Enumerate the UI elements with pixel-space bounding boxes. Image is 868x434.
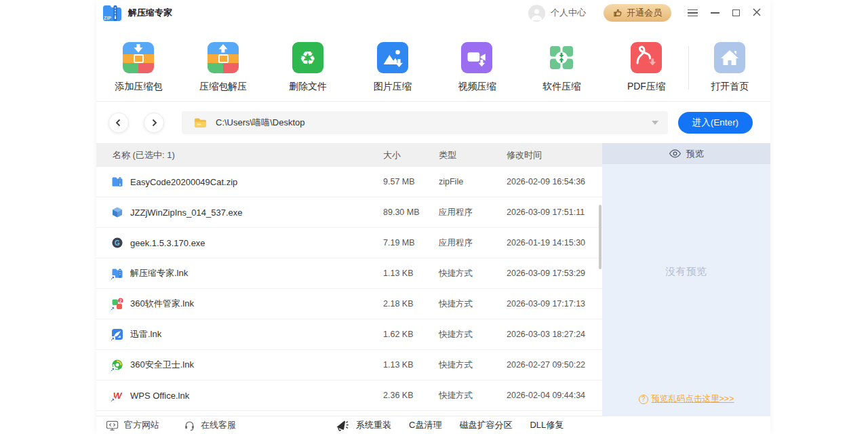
360-software-manager-icon: 2 (111, 298, 123, 310)
wps-office-icon: W (111, 389, 123, 401)
thumb-up-icon (613, 8, 623, 18)
pdf-compress-button[interactable]: PDF压缩 (604, 42, 689, 101)
toolbar-label: 软件压缩 (542, 81, 580, 93)
file-modified: 2026-03-03 18:27:24 (507, 330, 585, 339)
open-home-button[interactable]: 打开首页 (689, 42, 770, 101)
c-drive-clean-link[interactable]: C盘清理 (409, 419, 441, 431)
table-row[interactable]: 迅雷.lnk 1.62 KB 快捷方式 2026-03-03 18:27:24 (96, 319, 602, 350)
table-header: 名称 (已选中: 1) 大小 类型 修改时间 (96, 143, 602, 167)
preview-header: 预览 (602, 143, 770, 164)
person-icon (530, 7, 543, 20)
video-compress-button[interactable]: 视频压缩 (435, 42, 519, 101)
file-type: 快捷方式 (439, 359, 473, 371)
online-support-label: 在线客服 (201, 419, 236, 431)
footer-tools: 系统重装 C盘清理 磁盘扩容分区 DLL修复 (335, 419, 564, 431)
folder-icon (194, 117, 207, 128)
path-dropdown-caret[interactable] (652, 121, 658, 125)
monitor-icon (106, 420, 119, 431)
toolbar-label: 压缩包解压 (199, 81, 247, 93)
video-compress-icon (461, 42, 492, 73)
file-name: 解压缩专家.lnk (130, 267, 188, 279)
back-button[interactable] (108, 113, 129, 133)
extract-archive-button[interactable]: 压缩包解压 (181, 42, 266, 101)
toolbar-label: 打开首页 (711, 81, 749, 93)
file-type: 应用程序 (439, 207, 473, 218)
svg-text:2: 2 (119, 298, 122, 303)
table-row[interactable]: JZZjWinZipIns_014_537.exe 89.30 MB 应用程序 … (96, 197, 602, 228)
user-center-link[interactable]: 个人中心 (551, 7, 586, 19)
footer-tool-label: 系统重装 (356, 419, 391, 431)
user-avatar[interactable] (528, 5, 545, 22)
chevron-left-icon (115, 119, 123, 127)
table-row[interactable]: G geek.1.5.3.170.exe 7.19 MB 应用程序 2026-0… (96, 228, 602, 258)
menu-button[interactable] (688, 7, 698, 18)
file-type: 快捷方式 (439, 268, 473, 279)
file-modified: 2026-03-09 17:53:29 (507, 269, 585, 278)
software-compress-icon (546, 42, 577, 73)
file-size: 2.18 KB (383, 299, 413, 309)
path-input[interactable]: C:\Users\喵喵\Desktop (182, 111, 668, 134)
disk-expand-link[interactable]: 磁盘扩容分区 (459, 419, 512, 431)
forward-button[interactable] (144, 113, 164, 133)
shortcut-arrow-icon (110, 397, 115, 403)
maximize-button[interactable] (732, 9, 740, 16)
delete-file-button[interactable]: ♻ 删除文件 (266, 42, 351, 101)
zip-file-icon (111, 176, 123, 188)
file-modified: 2026-03-09 17:17:13 (507, 299, 585, 309)
toolbar: 添加压缩包 压缩包解压 ♻ 删除文件 图片压缩 (96, 30, 770, 102)
add-archive-button[interactable]: 添加压缩包 (96, 42, 181, 101)
360-safe-guard-icon (111, 359, 123, 371)
list-scrollbar[interactable] (599, 205, 601, 269)
close-button[interactable] (753, 7, 761, 19)
garbled-preview-link[interactable]: ? 预览乱码点击这里>>> (602, 393, 770, 405)
header-type[interactable]: 类型 (439, 149, 456, 161)
table-row[interactable]: 解压缩专家.lnk 1.13 KB 快捷方式 2026-03-09 17:53:… (96, 258, 602, 289)
file-size: 9.57 MB (383, 177, 415, 186)
software-compress-button[interactable]: 软件压缩 (519, 42, 604, 101)
file-size: 89.30 MB (383, 208, 420, 217)
toolbar-label: 图片压缩 (374, 81, 412, 93)
preview-title: 预览 (686, 148, 704, 160)
image-compress-icon (377, 42, 408, 73)
chevron-right-icon (150, 119, 158, 127)
table-row[interactable]: 2 360软件管家.lnk 2.18 KB 快捷方式 2026-03-09 17… (96, 289, 602, 319)
delete-file-icon: ♻ (292, 42, 323, 73)
file-name: WPS Office.lnk (130, 391, 189, 401)
logo-zip-label: ZIP (104, 16, 112, 20)
path-value: C:\Users\喵喵\Desktop (216, 117, 652, 129)
header-modified[interactable]: 修改时间 (507, 149, 542, 161)
file-type: 快捷方式 (439, 329, 473, 340)
no-preview-text: 没有预览 (602, 265, 770, 278)
file-table: 名称 (已选中: 1) 大小 类型 修改时间 EasyCode20200049C… (96, 143, 602, 411)
file-name: JZZjWinZipIns_014_537.exe (130, 208, 242, 218)
megaphone-icon (335, 419, 349, 431)
svg-text:G: G (115, 239, 120, 247)
zip-app-shortcut-icon (111, 267, 123, 279)
titlebar: ZIP 解压缩专家 个人中心 开通会员 (96, 0, 770, 26)
file-size: 7.19 MB (383, 238, 415, 248)
header-name[interactable]: 名称 (已选中: 1) (113, 149, 175, 161)
system-reinstall-link[interactable]: 系统重装 (335, 419, 391, 431)
minimize-button[interactable] (711, 12, 719, 14)
vip-button-label: 开通会员 (627, 7, 662, 19)
shortcut-arrow-icon (110, 367, 115, 372)
eye-icon (669, 149, 682, 158)
image-compress-button[interactable]: 图片压缩 (350, 42, 435, 101)
online-support-link[interactable]: 在线客服 (184, 419, 236, 431)
enter-button[interactable]: 进入(Enter) (678, 112, 753, 134)
thunder-xunlei-icon (111, 328, 123, 340)
open-vip-button[interactable]: 开通会员 (604, 4, 671, 22)
file-type: zipFile (439, 177, 463, 186)
table-row[interactable]: EasyCode20200049Cat.zip 9.57 MB zipFile … (96, 167, 602, 197)
garbled-link-text: 预览乱码点击这里>>> (652, 393, 734, 405)
table-row[interactable]: W WPS Office.lnk 2.36 KB 快捷方式 2026-02-04… (96, 380, 602, 411)
shortcut-arrow-icon (110, 306, 115, 311)
official-site-link[interactable]: 官方网站 (106, 419, 159, 431)
header-size[interactable]: 大小 (383, 149, 401, 161)
file-name: 迅雷.lnk (130, 328, 161, 340)
question-mark-icon: ? (639, 395, 648, 404)
toolbar-label: 删除文件 (289, 81, 327, 93)
dll-repair-link[interactable]: DLL修复 (530, 419, 564, 431)
table-row[interactable]: 360安全卫士.lnk 1.13 KB 快捷方式 2026-02-27 09:5… (96, 350, 602, 380)
file-type: 快捷方式 (439, 390, 473, 401)
